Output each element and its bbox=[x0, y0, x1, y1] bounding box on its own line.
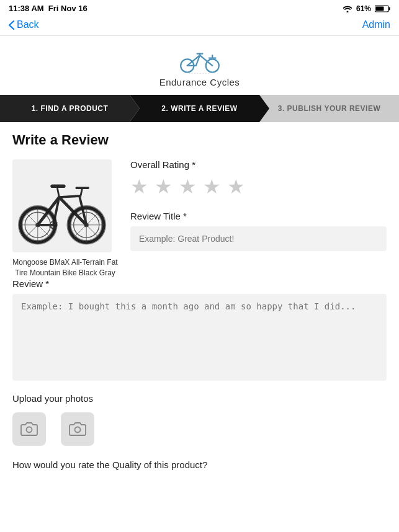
camera-icon-2 bbox=[69, 420, 86, 438]
nav-bar: Back Admin bbox=[0, 16, 399, 36]
page-content: Write a Review bbox=[0, 122, 399, 490]
logo-section: Endurance Cycles bbox=[0, 36, 399, 95]
status-right: 61% bbox=[343, 4, 390, 13]
product-column: Mongoose BMaX All-Terrain Fat Tire Mount… bbox=[12, 159, 118, 278]
battery-icon bbox=[375, 5, 390, 12]
star-4[interactable]: ★ bbox=[203, 175, 221, 198]
battery-level: 61% bbox=[356, 4, 371, 13]
review-label: Review * bbox=[12, 278, 387, 289]
back-chevron-icon bbox=[9, 20, 14, 30]
star-1[interactable]: ★ bbox=[130, 175, 148, 198]
svg-line-35 bbox=[81, 188, 83, 196]
product-form-row: Mongoose BMaX All-Terrain Fat Tire Mount… bbox=[12, 159, 387, 278]
form-column: Overall Rating * ★ ★ ★ ★ ★ Review Title … bbox=[130, 159, 387, 262]
quality-section: How would you rate the Quality of this p… bbox=[12, 458, 387, 471]
brand-name: Endurance Cycles bbox=[159, 77, 240, 87]
overall-rating-label: Overall Rating * bbox=[130, 159, 387, 170]
status-time: 11:38 AM Fri Nov 16 bbox=[9, 4, 87, 13]
camera-upload-1[interactable] bbox=[12, 412, 46, 446]
quality-label: How would you rate the Quality of this p… bbox=[12, 458, 387, 471]
camera-upload-2[interactable] bbox=[61, 412, 94, 446]
review-title-label: Review Title * bbox=[130, 211, 387, 221]
review-textarea[interactable] bbox=[12, 294, 387, 381]
upload-label: Upload your photos bbox=[12, 393, 387, 404]
review-wrapper: Review * bbox=[12, 278, 387, 381]
upload-section: Upload your photos bbox=[12, 393, 387, 446]
page-title: Write a Review bbox=[12, 132, 387, 148]
svg-line-32 bbox=[59, 196, 79, 197]
star-2[interactable]: ★ bbox=[155, 175, 173, 198]
wifi-icon bbox=[343, 5, 352, 12]
svg-rect-37 bbox=[50, 184, 65, 188]
camera-icon-1 bbox=[20, 420, 38, 438]
bike-illustration bbox=[16, 162, 109, 249]
star-rating[interactable]: ★ ★ ★ ★ ★ bbox=[130, 175, 387, 198]
back-button[interactable]: Back bbox=[9, 19, 39, 30]
step-3: 3. Publish Your Review bbox=[259, 95, 399, 122]
step-1: 1. Find a Product bbox=[0, 95, 140, 122]
product-name: Mongoose BMaX All-Terrain Fat Tire Mount… bbox=[12, 257, 118, 278]
svg-point-42 bbox=[27, 427, 32, 432]
svg-point-43 bbox=[75, 427, 81, 432]
status-bar: 11:38 AM Fri Nov 16 61% bbox=[0, 0, 399, 16]
brand-logo bbox=[175, 47, 225, 74]
svg-line-36 bbox=[58, 188, 60, 197]
svg-rect-2 bbox=[376, 6, 384, 11]
review-title-input[interactable] bbox=[130, 226, 387, 251]
svg-rect-1 bbox=[389, 7, 390, 10]
product-image bbox=[12, 159, 112, 252]
admin-link[interactable]: Admin bbox=[362, 19, 390, 30]
steps-bar: 1. Find a Product 2. Write a Review 3. P… bbox=[0, 95, 399, 122]
upload-icons-row bbox=[12, 412, 387, 446]
star-5[interactable]: ★ bbox=[227, 175, 245, 198]
step-2: 2. Write a Review bbox=[130, 95, 269, 122]
star-3[interactable]: ★ bbox=[179, 175, 197, 198]
